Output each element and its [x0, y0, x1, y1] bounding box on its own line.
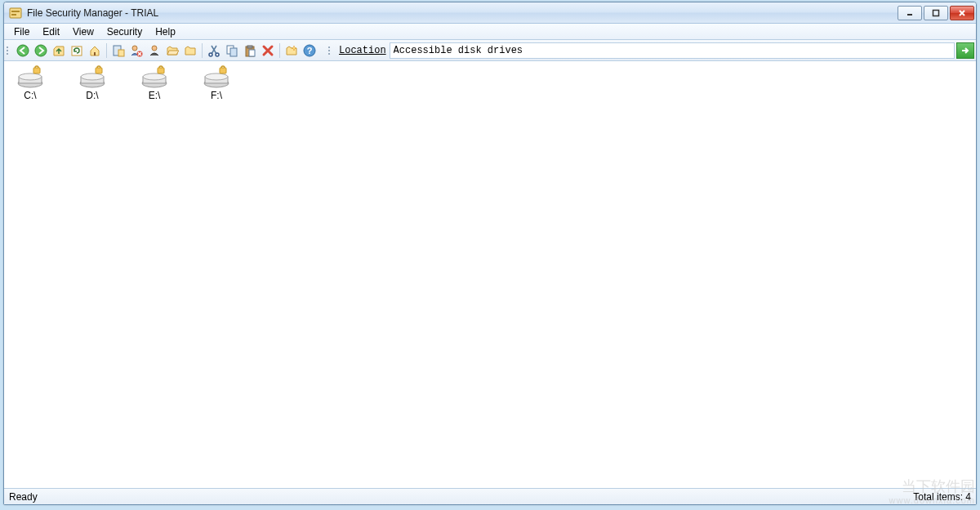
drive-label: F:\	[197, 90, 236, 101]
copy-icon	[225, 44, 238, 57]
cut-icon	[207, 44, 220, 57]
menu-file[interactable]: File	[7, 24, 36, 39]
drive-icon	[16, 65, 45, 88]
svg-rect-4	[933, 10, 939, 16]
drive-icon	[78, 65, 107, 88]
go-button[interactable]	[956, 42, 974, 59]
toolbar-separator	[106, 43, 107, 58]
back-button[interactable]	[14, 42, 32, 60]
deny-user-icon	[130, 44, 143, 57]
app-window: File Security Manager - TRIAL File Edit …	[3, 2, 977, 505]
window-title: File Security Manager - TRIAL	[27, 7, 898, 19]
drive-label: C:\	[11, 90, 50, 101]
titlebar: File Security Manager - TRIAL	[4, 2, 976, 24]
drive-item[interactable]: D:\	[73, 65, 112, 101]
folder-open-button[interactable]	[163, 42, 181, 60]
up-icon	[52, 44, 65, 57]
user-button[interactable]	[145, 42, 163, 60]
deny-user-button[interactable]	[127, 42, 145, 60]
help-button[interactable]: ?	[301, 42, 318, 60]
refresh-icon	[70, 44, 83, 57]
drive-icon	[202, 65, 231, 88]
location-label: Location	[336, 43, 390, 58]
paste-icon	[243, 44, 256, 57]
toolbar-separator	[202, 43, 203, 58]
menubar: File Edit View Security Help	[4, 24, 976, 40]
refresh-button[interactable]	[68, 42, 86, 60]
statusbar: Ready Total items: 4	[4, 488, 976, 504]
menu-help[interactable]: Help	[149, 24, 182, 39]
help-icon: ?	[303, 44, 316, 57]
content-area[interactable]: C:\ D:\	[4, 61, 976, 488]
new-folder-button[interactable]	[283, 42, 301, 60]
toolbar-separator	[279, 43, 280, 58]
app-icon	[9, 7, 22, 20]
drive-label: E:\	[135, 90, 174, 101]
svg-point-38	[205, 73, 228, 80]
up-button[interactable]	[50, 42, 68, 60]
svg-rect-39	[220, 68, 226, 73]
svg-point-14	[209, 53, 212, 56]
svg-text:?: ?	[307, 46, 313, 55]
svg-point-26	[19, 73, 42, 80]
svg-rect-10	[118, 50, 124, 56]
folder-open-icon	[166, 44, 179, 57]
forward-icon	[34, 44, 47, 57]
svg-point-13	[152, 46, 157, 51]
svg-point-21	[293, 47, 295, 49]
toolbar: ? Location	[4, 40, 976, 61]
toolbar-grip[interactable]	[328, 43, 333, 58]
svg-point-5	[17, 45, 29, 56]
svg-rect-17	[230, 48, 237, 56]
folder-button[interactable]	[181, 42, 199, 60]
drive-item[interactable]: E:\	[135, 65, 174, 101]
location-bar: Location	[323, 42, 974, 60]
forward-button[interactable]	[32, 42, 50, 60]
drive-item[interactable]: C:\	[11, 65, 50, 101]
svg-rect-27	[33, 68, 40, 73]
drive-label: D:\	[73, 90, 112, 101]
svg-point-6	[35, 45, 47, 56]
svg-rect-1	[11, 11, 20, 12]
arrow-right-icon	[960, 46, 970, 55]
svg-rect-20	[249, 50, 255, 56]
paste-button[interactable]	[241, 42, 259, 60]
close-button[interactable]	[950, 6, 974, 20]
back-icon	[16, 44, 29, 57]
maximize-button[interactable]	[924, 6, 948, 20]
svg-rect-19	[247, 46, 252, 48]
svg-point-30	[81, 73, 104, 80]
new-folder-icon	[285, 44, 298, 57]
svg-rect-35	[158, 68, 164, 73]
home-icon	[88, 44, 101, 57]
svg-rect-8	[94, 52, 96, 55]
status-ready: Ready	[9, 491, 913, 503]
svg-point-15	[216, 53, 219, 56]
menu-edit[interactable]: Edit	[36, 24, 66, 39]
window-controls	[898, 6, 974, 20]
permissions-button[interactable]	[109, 42, 127, 60]
svg-rect-2	[11, 14, 16, 16]
user-icon	[148, 44, 161, 57]
folder-icon	[184, 44, 197, 57]
menu-security[interactable]: Security	[100, 24, 149, 39]
svg-point-11	[132, 46, 137, 51]
drive-item[interactable]: F:\	[197, 65, 236, 101]
delete-button[interactable]	[259, 42, 277, 60]
location-input[interactable]	[390, 42, 955, 59]
permissions-icon	[112, 44, 125, 57]
toolbar-grip[interactable]	[7, 43, 11, 58]
menu-view[interactable]: View	[66, 24, 100, 39]
delete-icon	[261, 44, 274, 57]
status-total: Total items: 4	[913, 491, 971, 503]
minimize-button[interactable]	[898, 6, 922, 20]
svg-rect-0	[10, 8, 21, 18]
svg-point-34	[143, 73, 166, 80]
copy-button[interactable]	[223, 42, 241, 60]
drive-icon	[140, 65, 169, 88]
cut-button[interactable]	[205, 42, 223, 60]
svg-rect-31	[96, 68, 102, 73]
home-button[interactable]	[86, 42, 104, 60]
